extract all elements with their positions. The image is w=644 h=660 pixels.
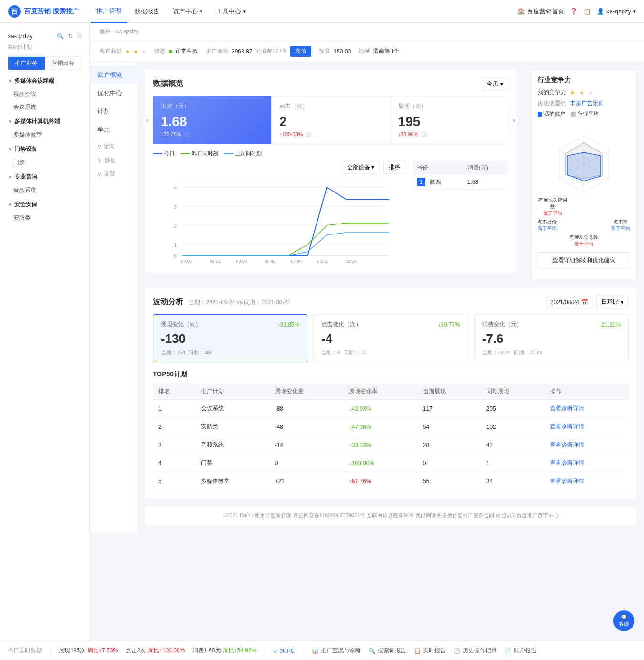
- search-icon[interactable]: 🔍: [57, 33, 64, 40]
- wave-date-picker[interactable]: 2021/08/24 📅: [546, 297, 592, 308]
- device-filter[interactable]: 全部设备 ▾: [342, 161, 380, 174]
- radar-labels: 有展现关键词数 低于平均 点击出价 高于平均: [538, 197, 630, 247]
- arrow-down-icon: ▼: [8, 147, 12, 152]
- sidebar-item-access[interactable]: 门禁: [0, 156, 89, 169]
- wave-card-impression[interactable]: 展现变化（次） ↓33.85% -130 当期：254 同期：384: [153, 314, 307, 362]
- left-nav-plan[interactable]: 计划: [90, 102, 137, 120]
- chart-left: 全部设备 ▾ 排序 4: [153, 161, 405, 265]
- nav-data-report[interactable]: 数据报告: [129, 0, 165, 23]
- nav-asset-center[interactable]: 资产中心 ▾: [167, 0, 209, 23]
- sidebar-group-header-multimedia-computer[interactable]: ▼ 多媒体计算机终端: [0, 115, 89, 128]
- prev-metric-arrow[interactable]: ‹: [141, 115, 153, 126]
- star-filled-1: ★: [125, 48, 130, 55]
- td-plan-3: 音频系统: [195, 436, 269, 454]
- industry-competitiveness: 我的竞争力 ★ ★ ★: [538, 88, 630, 96]
- sidebar-item-video-conference[interactable]: 视频会议: [0, 88, 89, 101]
- wave-title-area: 波动分析 当期：2021-08-24 vs 同期：2021-08-23: [153, 297, 291, 307]
- action-link-1[interactable]: 查看诊断详情: [550, 405, 584, 412]
- wave-value-cost: -7.6: [482, 331, 621, 346]
- td-change-rate-4: ↓100.00%: [343, 454, 417, 472]
- td-change-amt-3: -14: [269, 436, 343, 454]
- sidebar-group-header-security[interactable]: ▼ 安全安保: [0, 198, 89, 212]
- charge-button[interactable]: 充值: [290, 46, 311, 57]
- info-budget: 预算 150.00: [319, 47, 351, 55]
- wave-value-click: -4: [321, 331, 460, 346]
- filter-icon[interactable]: ⇅: [68, 33, 73, 40]
- view-optimization-button[interactable]: 查看详细解读和优化建议: [538, 252, 630, 269]
- table-row: 4 门禁 0 ↓100.00% 0 1 查看诊断详情: [153, 454, 629, 472]
- sidebar-tab-promotion[interactable]: 推广业务: [8, 57, 45, 70]
- sidebar-group-header-access-control[interactable]: ▼ 门禁设备: [0, 142, 89, 156]
- left-nav-settings[interactable]: ∨ 设置: [90, 166, 137, 180]
- wave-card-cost[interactable]: 消费变化（元） ↓21.21% -7.6 当期：28.24 同期：35.84: [474, 314, 629, 362]
- left-nav-optimize[interactable]: 优化中心: [90, 84, 137, 102]
- wave-card-click[interactable]: 点击变化（次） ↓30.77% -4 当期：9 同期：13: [313, 314, 468, 362]
- date-selector[interactable]: 今天 ▾: [482, 77, 508, 90]
- svg-text:11:30: 11:30: [346, 259, 357, 264]
- svg-text:0: 0: [174, 254, 177, 259]
- metric-value-click: 2: [279, 114, 381, 129]
- sidebar-group-header-audio[interactable]: ▼ 专业音响: [0, 170, 89, 184]
- nav-promotion-management[interactable]: 推广管理: [91, 0, 127, 23]
- sidebar-item-audio-system[interactable]: 音频系统: [0, 184, 89, 197]
- chart-area: 今日 昨日同时刻 上周同时刻: [153, 150, 508, 265]
- td-current-5: 55: [417, 472, 481, 490]
- arrow-down-icon: ▼: [8, 202, 12, 207]
- user-menu[interactable]: 👤 xa-qzdzy ▾: [597, 8, 636, 15]
- wave-card-label-impression: 展现变化（次） ↓33.85%: [161, 320, 299, 329]
- wave-change-pct-cost: ↓21.21%: [598, 321, 621, 328]
- td-action-3: 查看诊断详情: [544, 436, 629, 454]
- sidebar-group-header-multimedia-conference[interactable]: ▼ 多媒体会议终端: [0, 74, 89, 88]
- metric-label-click: 点击（次）: [279, 102, 381, 110]
- top50-section: TOP50计划 排名 推广计划 展现变化量 展现变化率 当期展现 同期展现: [153, 370, 629, 490]
- logo: 百 百度营销 搜索推广: [8, 5, 79, 18]
- data-overview-header: 数据概览 今天 ▾: [153, 77, 508, 90]
- sidebar-item-meeting-system[interactable]: 会议系统: [0, 101, 89, 114]
- chevron-down-icon: ▾: [621, 299, 623, 306]
- action-link-5[interactable]: 查看诊断详情: [550, 478, 584, 484]
- help-icon[interactable]: ❓: [570, 8, 578, 15]
- action-link-4[interactable]: 查看诊断详情: [550, 459, 584, 466]
- wave-title: 波动分析: [153, 298, 183, 306]
- chevron-down-icon: ▾: [371, 164, 374, 170]
- td-plan-5: 多媒体教室: [195, 472, 269, 490]
- line-chart: 4 3 2 1 0: [153, 178, 405, 264]
- td-prev-2: 102: [481, 418, 544, 436]
- table-row: 2 安防类 -48 ↓47.06% 54 102 查看诊断详情: [153, 418, 629, 436]
- sidebar-item-security-class[interactable]: 安防类: [0, 212, 89, 224]
- data-overview-title: 数据概览: [153, 79, 183, 89]
- left-nav-overview[interactable]: 账户概览: [90, 66, 137, 84]
- notification-icon[interactable]: 📋: [583, 8, 591, 15]
- star-filled-2: ★: [579, 89, 584, 96]
- td-prev-4: 1: [481, 454, 544, 472]
- arrow-down-icon: ▼: [8, 78, 12, 84]
- industry-legend: 我的账户 行业平均: [538, 110, 630, 117]
- top50-title: TOP50计划: [153, 370, 629, 379]
- wave-compare-type[interactable]: 日环比 ▾: [596, 296, 629, 309]
- menu-icon[interactable]: ☰: [76, 33, 82, 40]
- sidebar-header: xa-qzdzy 🔍 ⇅ ☰: [0, 29, 89, 42]
- sidebar-item-multimedia-classroom[interactable]: 多媒体教室: [0, 128, 89, 141]
- legend-dot-today: [153, 153, 162, 154]
- wave-analysis-card: 波动分析 当期：2021-08-24 vs 同期：2021-08-23 2021…: [145, 288, 636, 498]
- customer-service-button[interactable]: 💬 客服: [613, 610, 634, 631]
- td-action-4: 查看诊断详情: [544, 454, 629, 472]
- left-nav-unit[interactable]: 单元: [90, 120, 137, 138]
- metric-card-impression: 展现（次） 195 ↑83.96% ⓘ: [390, 96, 508, 144]
- left-nav-creative[interactable]: ∨ 创意: [90, 152, 137, 166]
- wave-cards: 展现变化（次） ↓33.85% -130 当期：254 同期：384: [153, 314, 629, 362]
- td-rank-5: 5: [153, 472, 195, 490]
- sidebar-tab-marketing[interactable]: 营销目标: [45, 57, 82, 70]
- sort-btn[interactable]: 排序: [383, 161, 405, 174]
- home-link[interactable]: 🏠 百度营销首页: [517, 7, 564, 16]
- star-filled-1: ★: [570, 89, 575, 96]
- action-link-3[interactable]: 查看诊断详情: [550, 441, 584, 448]
- info-balance: 推广余额 2963.87 可消费127天 充值: [206, 46, 311, 57]
- left-nav-targeting[interactable]: ∨ 定向: [90, 138, 137, 152]
- td-change-rate-5: ↑61.76%: [343, 472, 417, 490]
- sidebar-icons: 🔍 ⇅ ☰: [57, 33, 82, 40]
- nav-tool-center[interactable]: 工具中心 ▾: [211, 0, 252, 23]
- next-metric-arrow[interactable]: ›: [508, 115, 520, 126]
- th-change-amt: 展现变化量: [269, 383, 343, 400]
- action-link-2[interactable]: 查看诊断详情: [550, 423, 584, 430]
